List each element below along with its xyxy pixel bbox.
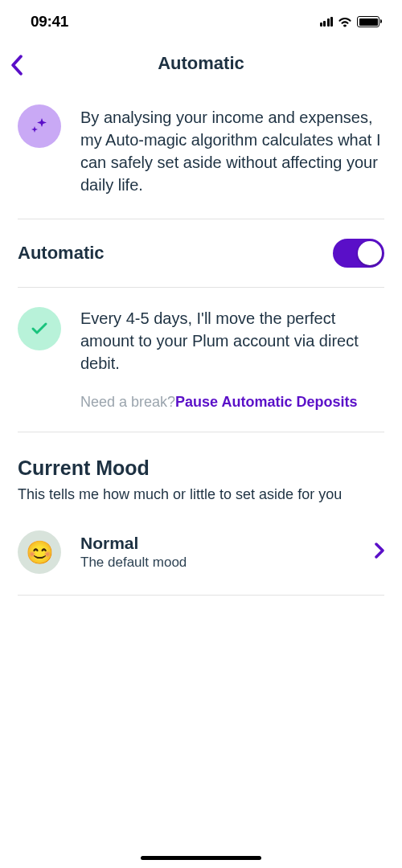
- home-indicator[interactable]: [141, 856, 261, 860]
- mood-item-row[interactable]: 😊 Normal The default mood: [0, 511, 402, 595]
- pause-row: Need a break?Pause Automatic Deposits: [80, 394, 384, 411]
- mood-description: The default mood: [80, 555, 355, 571]
- frequency-text: Every 4-5 days, I'll move the perfect am…: [80, 307, 384, 375]
- chevron-right-icon: [375, 542, 384, 562]
- check-icon: [18, 307, 61, 350]
- status-bar: 09:41: [0, 0, 402, 40]
- sparkle-icon: [18, 104, 61, 148]
- page-title: Automatic: [10, 53, 392, 74]
- mood-section-title: Current Mood: [18, 457, 384, 480]
- back-button[interactable]: [6, 51, 27, 82]
- mood-section-subtitle: This tells me how much or little to set …: [18, 486, 384, 503]
- intro-text: By analysing your income and expenses, m…: [80, 104, 384, 196]
- intro-row: By analysing your income and expenses, m…: [0, 92, 402, 219]
- toggle-label: Automatic: [18, 243, 105, 264]
- mood-section: Current Mood This tells me how much or l…: [0, 432, 402, 511]
- pause-deposits-link[interactable]: Pause Automatic Deposits: [175, 394, 357, 410]
- mood-name: Normal: [80, 534, 355, 553]
- automatic-toggle-row: Automatic: [0, 219, 402, 287]
- mood-text: Normal The default mood: [80, 534, 355, 571]
- battery-icon: [357, 16, 379, 27]
- mood-emoji-icon: 😊: [18, 530, 61, 574]
- pause-prompt: Need a break?: [80, 394, 175, 410]
- status-icons: [320, 16, 380, 27]
- automatic-toggle[interactable]: [333, 239, 384, 268]
- divider: [18, 595, 384, 596]
- frequency-block: Every 4-5 days, I'll move the perfect am…: [0, 288, 402, 432]
- wifi-icon: [338, 17, 352, 27]
- status-time: 09:41: [31, 13, 68, 31]
- cellular-signal-icon: [320, 17, 334, 27]
- page-header: Automatic: [0, 40, 402, 92]
